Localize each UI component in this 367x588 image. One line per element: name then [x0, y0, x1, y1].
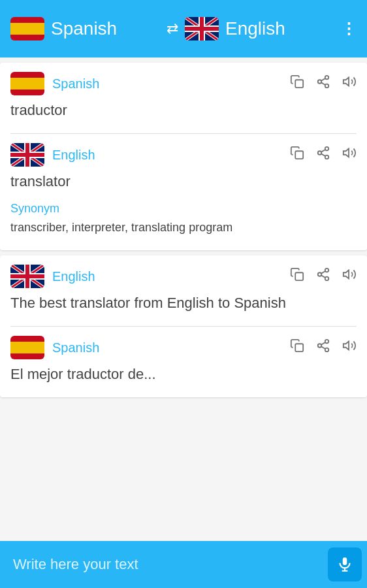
- mic-icon: [336, 556, 353, 573]
- content-area: Spanish: [0, 57, 367, 541]
- svg-rect-2: [10, 35, 44, 41]
- svg-point-32: [325, 147, 329, 151]
- card2-spanish-row: Spanish: [0, 327, 367, 397]
- mic-button[interactable]: [328, 547, 362, 581]
- copy-icon-4[interactable]: [290, 338, 304, 357]
- top-bar: Spanish ⇄ English ⋮: [0, 0, 367, 57]
- svg-point-49: [318, 272, 322, 276]
- svg-line-62: [321, 342, 325, 345]
- card1-spanish-row: Spanish: [0, 63, 367, 133]
- text-input[interactable]: [5, 551, 323, 578]
- card2-english-row: English: [0, 255, 367, 326]
- card1-synonym-label: Synonym: [10, 199, 357, 220]
- svg-point-17: [318, 80, 322, 84]
- share-icon-2[interactable]: [316, 146, 330, 164]
- copy-icon-1[interactable]: [290, 74, 304, 93]
- svg-rect-47: [295, 272, 303, 280]
- card2-spain-flag: [10, 336, 44, 359]
- sound-icon-1[interactable]: [342, 74, 357, 93]
- copy-icon-2[interactable]: [290, 146, 304, 164]
- card2-spanish-label: Spanish: [52, 340, 282, 355]
- more-menu-icon[interactable]: ⋮: [341, 20, 357, 38]
- source-flag[interactable]: [10, 17, 44, 41]
- svg-rect-12: [10, 72, 44, 78]
- svg-marker-21: [343, 78, 349, 86]
- svg-rect-46: [10, 274, 44, 278]
- svg-rect-31: [295, 151, 303, 159]
- svg-point-48: [325, 269, 329, 272]
- copy-icon-3[interactable]: [290, 267, 304, 286]
- svg-point-18: [325, 84, 329, 88]
- svg-marker-37: [343, 149, 349, 157]
- translation-card-2: English: [0, 255, 367, 397]
- card2-spanish-actions: [290, 338, 357, 357]
- svg-rect-0: [10, 17, 44, 23]
- svg-point-59: [318, 344, 322, 348]
- share-icon-3[interactable]: [316, 267, 330, 286]
- card2-english-actions: [290, 267, 357, 286]
- card2-english-text: The best translator from English to Span…: [10, 292, 357, 321]
- svg-line-52: [321, 271, 325, 274]
- swap-icon[interactable]: ⇄: [167, 20, 178, 37]
- card1-uk-flag: [10, 143, 44, 167]
- source-language-label[interactable]: Spanish: [51, 18, 160, 39]
- svg-point-33: [318, 151, 322, 155]
- card1-english-row: English: [0, 134, 367, 250]
- svg-rect-11: [185, 27, 219, 31]
- svg-marker-63: [343, 342, 349, 350]
- svg-line-20: [321, 78, 325, 81]
- card1-spanish-label: Spanish: [52, 76, 282, 91]
- card2-uk-flag: [10, 265, 44, 288]
- svg-rect-56: [10, 353, 44, 359]
- svg-line-35: [321, 154, 325, 156]
- svg-line-61: [321, 347, 325, 350]
- sound-icon-4[interactable]: [342, 338, 357, 357]
- svg-rect-14: [10, 90, 44, 95]
- svg-point-34: [325, 155, 329, 159]
- card1-english-text: translator: [10, 171, 357, 199]
- svg-rect-30: [10, 153, 44, 157]
- target-language-label[interactable]: English: [225, 18, 334, 39]
- svg-rect-64: [343, 557, 347, 565]
- svg-rect-1: [10, 23, 44, 35]
- card2-english-label: English: [52, 269, 282, 284]
- sound-icon-3[interactable]: [342, 267, 357, 286]
- svg-rect-54: [10, 336, 44, 342]
- svg-rect-13: [10, 78, 44, 90]
- svg-marker-53: [343, 270, 349, 279]
- card1-lang-row-1: Spanish: [10, 72, 357, 95]
- svg-line-51: [321, 276, 325, 278]
- svg-point-50: [325, 277, 329, 281]
- card2-lang-row-1: English: [10, 265, 357, 288]
- svg-line-36: [321, 150, 325, 152]
- share-icon-1[interactable]: [316, 74, 330, 93]
- sound-icon-2[interactable]: [342, 146, 357, 164]
- svg-rect-15: [295, 80, 303, 88]
- svg-rect-57: [295, 344, 303, 351]
- card2-spanish-text: El mejor traductor de...: [10, 363, 357, 392]
- card1-english-label: English: [52, 148, 282, 163]
- card1-synonym-text: transcriber, interpreter, translating pr…: [10, 220, 357, 245]
- card2-lang-row-2: Spanish: [10, 336, 357, 359]
- card1-spanish-actions: [290, 74, 357, 93]
- translation-card-1: Spanish: [0, 63, 367, 250]
- target-flag[interactable]: [185, 17, 219, 41]
- svg-rect-55: [10, 342, 44, 353]
- bottom-bar: [0, 541, 367, 588]
- card1-english-actions: [290, 146, 357, 164]
- card1-lang-row-2: English: [10, 143, 357, 167]
- svg-line-19: [321, 82, 325, 85]
- card1-spain-flag: [10, 72, 44, 95]
- share-icon-4[interactable]: [316, 338, 330, 357]
- card1-spanish-text: traductor: [10, 99, 357, 128]
- svg-point-60: [325, 348, 329, 352]
- svg-point-16: [325, 76, 329, 80]
- svg-point-58: [325, 340, 329, 344]
